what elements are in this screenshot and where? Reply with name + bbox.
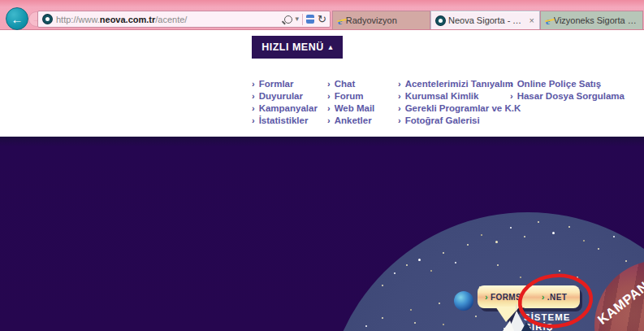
compatibility-view-icon[interactable] <box>306 15 314 24</box>
star-dot <box>504 328 505 329</box>
quick-menu-link[interactable]: ›Kampanyalar <box>252 102 318 115</box>
link-label: Acentelerimizi Tanıyalım <box>405 78 513 90</box>
tab-title: Neova Sigorta - Acenteler | ... <box>448 15 525 25</box>
star-dot <box>439 303 440 304</box>
link-arrow-icon: › <box>252 102 255 115</box>
star-dot <box>430 270 432 272</box>
link-label: Duyurular <box>259 90 303 102</box>
link-arrow-icon: › <box>510 90 513 102</box>
link-arrow-icon: › <box>398 102 401 115</box>
star-dot <box>455 262 456 263</box>
url-domain: neova.com.tr <box>100 15 155 24</box>
star-dot <box>538 221 539 223</box>
link-label: Web Mail <box>335 102 375 115</box>
link-label: İstatistikler <box>259 115 309 127</box>
quick-menu-link[interactable]: ›Acentelerimizi Tanıyalım <box>398 78 521 90</box>
tab-2[interactable]: Neova Sigorta - Acenteler | ...× <box>430 11 540 29</box>
quick-menu-link[interactable]: ›Duyurular <box>252 90 318 102</box>
callout-button-label: FORMS <box>491 293 521 302</box>
url-path: /acente/ <box>155 15 187 24</box>
link-arrow-icon: › <box>327 78 331 90</box>
callout-button-net[interactable]: ›.NET <box>529 292 580 302</box>
tab-bar: eRadyovizyonNeova Sigorta - Acenteler | … <box>332 11 643 29</box>
quick-menu-link[interactable]: ›Hasar Dosya Sorgulama <box>510 90 625 102</box>
star-dot <box>414 322 416 324</box>
browser-window: ← → http://www.neova.com.tr/acente/ ▾ ↻ … <box>0 0 644 331</box>
address-bar[interactable]: http://www.neova.com.tr/acente/ ▾ ↻ <box>37 11 331 28</box>
back-button[interactable]: ← <box>6 7 28 30</box>
quick-menu-column-2: ›Chat›Forum›Web Mail›Anketler <box>327 78 374 127</box>
link-label: Kampanyalar <box>259 102 318 115</box>
link-label: Hasar Dosya Sorgulama <box>517 90 625 102</box>
star-dot <box>467 244 469 246</box>
quick-menu-column-1: ›Formlar›Duyurular›Kampanyalar›İstatisti… <box>252 78 318 127</box>
tab-1[interactable]: eRadyovizyon <box>332 11 430 29</box>
quick-menu-label: HIZLI MENÜ <box>261 41 324 53</box>
star-dot <box>577 277 578 278</box>
quick-menu-link[interactable]: ›Web Mail <box>327 102 374 115</box>
star-dot <box>382 317 383 319</box>
star-dot <box>510 227 512 229</box>
hero-banner: ›FORMS›.NET SİSTEME GİRİŞ KAMPANYALAR <box>0 137 644 331</box>
link-arrow-icon: › <box>398 115 401 127</box>
star-dot <box>481 234 482 236</box>
refresh-icon[interactable]: ↻ <box>318 14 326 24</box>
callout-arrow-icon: › <box>485 292 488 302</box>
link-label: Anketler <box>335 115 372 127</box>
quick-menu-link[interactable]: ›Gerekli Programlar ve K.K <box>398 102 521 115</box>
link-label: Gerekli Programlar ve K.K <box>405 102 521 115</box>
star-dot <box>520 277 521 278</box>
link-arrow-icon: › <box>327 102 331 115</box>
quick-menu-link[interactable]: ›Formlar <box>252 78 318 90</box>
tab-3[interactable]: eVizyoneks Sigorta Portalı <box>540 11 643 29</box>
link-arrow-icon: › <box>252 115 255 127</box>
url-text[interactable]: http://www.neova.com.tr/acente/ <box>56 15 284 24</box>
tab-title: Vizyoneks Sigorta Portalı <box>554 15 638 25</box>
quick-menu-link[interactable]: ›Online Poliçe Satış <box>510 78 625 90</box>
ie-favicon-icon: e <box>546 15 551 26</box>
browser-chrome: ← → http://www.neova.com.tr/acente/ ▾ ↻ … <box>0 0 644 30</box>
link-arrow-icon: › <box>398 78 401 90</box>
quick-menu-button[interactable]: HIZLI MENÜ ▴ <box>252 36 343 59</box>
divider <box>302 14 303 25</box>
link-arrow-icon: › <box>510 78 513 90</box>
small-blue-planet <box>454 291 473 311</box>
neova-favicon-icon <box>436 16 445 25</box>
link-arrow-icon: › <box>252 78 255 90</box>
quick-menu-link[interactable]: ›Forum <box>327 90 374 102</box>
star-dot <box>568 226 570 228</box>
star-dot <box>625 260 627 262</box>
link-label: Online Poliçe Satış <box>517 78 602 90</box>
star-dot <box>394 272 395 274</box>
star-dot <box>382 285 383 286</box>
quick-menu-link[interactable]: ›Fotoğraf Galerisi <box>398 115 521 127</box>
quick-menu-column-4: ›Online Poliçe Satış›Hasar Dosya Sorgula… <box>510 78 625 102</box>
star-dot <box>406 264 408 266</box>
quick-menu-link[interactable]: ›Chat <box>327 78 374 90</box>
site-favicon-icon <box>43 15 52 24</box>
star-dot <box>559 270 560 272</box>
ie-favicon-icon: e <box>338 15 343 26</box>
star-dot <box>497 264 499 266</box>
login-line-2: GİRİŞ <box>524 322 570 331</box>
star-dot <box>443 324 444 325</box>
quick-menu-link[interactable]: ›Anketler <box>327 115 374 127</box>
star-dot <box>365 325 367 327</box>
search-dropdown-caret-icon[interactable]: ▾ <box>296 15 300 23</box>
quick-menu-column-3: ›Acentelerimizi Tanıyalım›Kurumsal Kimli… <box>398 78 521 127</box>
page-content: HIZLI MENÜ ▴ ›Formlar›Duyurular›Kampanya… <box>0 30 644 137</box>
quick-menu-link[interactable]: ›İstatistikler <box>252 115 318 127</box>
back-arrow-icon: ← <box>11 12 24 26</box>
callout-button-forms[interactable]: ›FORMS <box>478 292 529 302</box>
search-icon[interactable] <box>284 15 292 24</box>
quick-menu-panel: ›Formlar›Duyurular›Kampanyalar›İstatisti… <box>0 78 644 132</box>
link-arrow-icon: › <box>327 115 331 127</box>
chevron-up-icon: ▴ <box>329 43 333 51</box>
tab-close-button[interactable]: × <box>528 15 534 25</box>
login-callout: ›FORMS›.NET <box>478 285 580 308</box>
quick-menu-link[interactable]: ›Kurumsal Kimlik <box>398 90 521 102</box>
link-label: Formlar <box>259 78 294 90</box>
sisteme-giris-label: SİSTEME GİRİŞ <box>524 312 570 331</box>
link-arrow-icon: › <box>327 90 331 102</box>
link-label: Forum <box>335 90 364 102</box>
